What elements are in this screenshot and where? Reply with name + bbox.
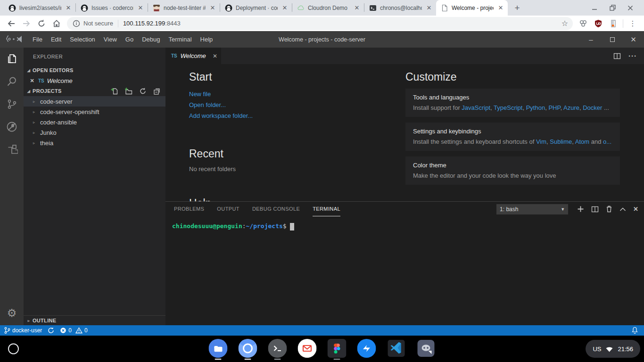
- vscode-minimize-button[interactable]: –: [580, 31, 602, 48]
- address-bar[interactable]: Not secure 100.115.92.199 :8443 ☆: [67, 17, 573, 30]
- window-close-button[interactable]: [621, 0, 639, 16]
- browser-menu-icon[interactable]: ⋮: [626, 17, 639, 30]
- card-color-theme[interactable]: Color theme Make the editor and your cod…: [405, 156, 620, 185]
- browser-tab-cloudron[interactable]: Cloudron Demo ✕: [292, 0, 364, 16]
- project-row-junko[interactable]: ▹ Junko: [24, 127, 165, 138]
- new-file-link[interactable]: New file: [189, 89, 405, 99]
- git-branch-item[interactable]: docker-user: [4, 327, 42, 334]
- projects-header[interactable]: ◢ PROJECTS: [24, 86, 165, 96]
- more-actions-icon[interactable]: ···: [628, 52, 637, 60]
- sync-item[interactable]: [48, 327, 54, 334]
- editor-tab-welcome[interactable]: TS Welcome ✕: [165, 48, 221, 64]
- terminal-app-icon[interactable]: [268, 339, 287, 360]
- notifications-bell-icon[interactable]: [631, 327, 638, 334]
- tab-close-icon[interactable]: ✕: [137, 4, 144, 12]
- open-editor-welcome-row[interactable]: ✕ TS Welcome: [24, 75, 165, 86]
- terminal-select[interactable]: 1: bash ▼: [496, 204, 568, 214]
- extension-rings-icon[interactable]: [577, 17, 590, 30]
- new-folder-icon[interactable]: [124, 87, 133, 95]
- tab-close-icon[interactable]: ✕: [425, 4, 433, 12]
- menu-help[interactable]: Help: [196, 31, 217, 48]
- collapse-all-icon[interactable]: [153, 87, 161, 95]
- refresh-icon[interactable]: [139, 87, 147, 95]
- security-label[interactable]: Not secure: [83, 20, 113, 27]
- editor-tab-close-icon[interactable]: ✕: [213, 53, 217, 59]
- menu-file[interactable]: File: [28, 31, 47, 48]
- tab-close-icon[interactable]: ✕: [497, 4, 504, 12]
- files-app-icon[interactable]: [209, 339, 228, 360]
- inline-link[interactable]: Docker: [583, 104, 602, 111]
- close-editor-icon[interactable]: ✕: [29, 78, 35, 84]
- project-row-code-server[interactable]: ▹ code-server: [24, 96, 165, 107]
- menu-terminal[interactable]: Terminal: [164, 31, 196, 48]
- launcher-button[interactable]: [8, 344, 19, 354]
- split-terminal-icon[interactable]: [591, 206, 599, 213]
- inline-link[interactable]: Vim: [536, 138, 546, 145]
- tab-terminal[interactable]: TERMINAL: [313, 202, 340, 216]
- url-port[interactable]: :8443: [165, 20, 181, 27]
- menu-debug[interactable]: Debug: [138, 31, 164, 48]
- maximize-panel-icon[interactable]: [619, 207, 626, 212]
- add-workspace-folder-link[interactable]: Add workspace folder...: [189, 110, 405, 121]
- project-row-coder-ansible[interactable]: ▹ coder-ansible: [24, 117, 165, 127]
- kill-terminal-icon[interactable]: [606, 206, 612, 213]
- window-minimize-button[interactable]: [586, 0, 603, 16]
- new-file-icon[interactable]: [110, 87, 118, 95]
- source-control-icon[interactable]: [0, 93, 24, 115]
- card-settings-keybindings[interactable]: Settings and keybindings Install the set…: [405, 123, 620, 151]
- settings-gear-icon[interactable]: ⚙: [0, 304, 24, 322]
- discord-app-icon[interactable]: [417, 339, 436, 360]
- messenger-app-icon[interactable]: [357, 339, 376, 360]
- vscode-close-button[interactable]: ✕: [623, 31, 644, 48]
- tab-debug-console[interactable]: DEBUG CONSOLE: [252, 202, 300, 216]
- browser-tab-chronos[interactable]: chronos@localhost ✕: [364, 0, 436, 16]
- browser-tab-welcome-active[interactable]: Welcome - projects ✕: [436, 0, 508, 16]
- problems-item[interactable]: 0 0: [60, 327, 87, 334]
- card-tools-and-languages[interactable]: Tools and languages Install support for …: [405, 89, 620, 117]
- forward-icon[interactable]: [20, 17, 33, 30]
- browser-tab-issues[interactable]: Issues · codercom/ ✕: [76, 0, 148, 16]
- tab-close-icon[interactable]: ✕: [281, 4, 289, 12]
- bookmark-star-icon[interactable]: ☆: [559, 17, 571, 30]
- terminal-content[interactable]: chinodesuuu@penguin:~/projects$: [165, 216, 644, 325]
- menu-selection[interactable]: Selection: [66, 31, 99, 48]
- search-icon[interactable]: [0, 70, 24, 93]
- figma-app-icon[interactable]: [328, 339, 347, 360]
- tab-output[interactable]: OUTPUT: [217, 202, 239, 216]
- new-tab-button[interactable]: +: [511, 1, 524, 15]
- vscode-app-icon[interactable]: [387, 339, 406, 360]
- tab-problems[interactable]: PROBLEMS: [174, 202, 204, 216]
- tab-close-icon[interactable]: ✕: [65, 4, 72, 12]
- inline-link[interactable]: JavaScript: [462, 104, 490, 111]
- inline-link[interactable]: Atom: [575, 138, 589, 145]
- extensions-icon[interactable]: [0, 138, 24, 161]
- door-extension-icon[interactable]: [607, 17, 620, 30]
- url-host[interactable]: 100.115.92.199: [123, 20, 165, 27]
- split-editor-icon[interactable]: [613, 52, 621, 60]
- back-icon[interactable]: [5, 17, 18, 30]
- browser-tab-deployment[interactable]: Deployment · coder ✕: [220, 0, 292, 16]
- ublock-origin-icon[interactable]: [592, 17, 605, 30]
- browser-tab-node-test-linter[interactable]: node-test-linter #26 ✕: [148, 0, 220, 16]
- tab-close-icon[interactable]: ✕: [209, 4, 216, 12]
- gmail-app-icon[interactable]: [298, 339, 317, 360]
- system-tray[interactable]: US 21:56: [586, 340, 640, 358]
- inline-link[interactable]: PHP: [548, 104, 560, 111]
- menu-view[interactable]: View: [99, 31, 121, 48]
- explorer-icon[interactable]: [0, 48, 24, 70]
- project-row-code-server-openshift[interactable]: ▹ code-server-openshift: [24, 107, 165, 117]
- inline-link[interactable]: Python: [526, 104, 545, 111]
- info-icon[interactable]: [73, 20, 80, 27]
- outline-section[interactable]: ▹ OUTLINE: [24, 315, 165, 325]
- menu-go[interactable]: Go: [121, 31, 138, 48]
- window-restore-button[interactable]: [603, 0, 621, 16]
- tab-close-icon[interactable]: ✕: [353, 4, 361, 12]
- inline-link[interactable]: TypeScript: [494, 104, 522, 111]
- open-folder-link[interactable]: Open folder...: [189, 99, 405, 110]
- close-panel-icon[interactable]: ✕: [633, 206, 638, 213]
- inline-link[interactable]: Azure: [563, 104, 579, 111]
- debug-icon[interactable]: [0, 115, 24, 138]
- reload-icon[interactable]: [35, 17, 48, 30]
- browser-tab-livesim2[interactable]: livesim2/assets/im ✕: [4, 0, 75, 16]
- new-terminal-icon[interactable]: [577, 206, 584, 213]
